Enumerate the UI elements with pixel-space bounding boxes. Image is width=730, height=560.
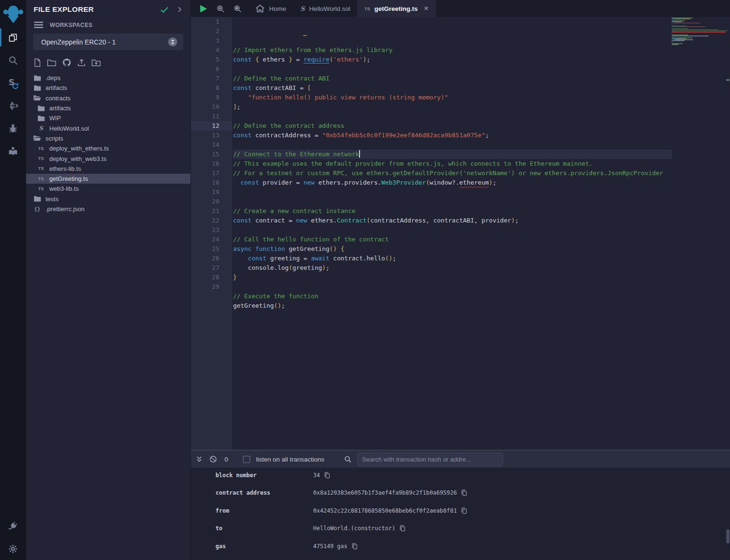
tab-getgreeting-ts[interactable]: TSgetGreeting.ts× <box>357 0 436 17</box>
line-number[interactable]: 10 <box>191 102 232 112</box>
tree-item-artifacts[interactable]: artifacts <box>26 83 190 93</box>
line-number[interactable]: 18 <box>191 178 232 187</box>
code-line-20[interactable] <box>233 225 672 235</box>
code-line-29[interactable] <box>233 311 672 320</box>
zoom-out-button[interactable] <box>216 5 225 13</box>
code-line-13[interactable]: // This example uses the default provide… <box>233 159 672 169</box>
line-number[interactable]: 29 <box>191 282 232 292</box>
code-line-19[interactable]: const contract = new ethers.Contract(con… <box>233 216 672 225</box>
accept-check-icon[interactable] <box>160 6 169 13</box>
terminal-search-input[interactable] <box>357 453 503 466</box>
tree-item-scripts[interactable]: scripts <box>26 133 190 143</box>
tree-item-wip[interactable]: WIP <box>26 113 190 123</box>
collapse-panel-icon[interactable] <box>176 6 183 13</box>
copy-icon[interactable] <box>461 507 467 514</box>
line-number[interactable]: 21 <box>191 206 232 216</box>
line-number[interactable]: 15 <box>191 150 232 159</box>
copy-icon[interactable] <box>351 542 358 550</box>
line-number[interactable]: 28 <box>191 273 232 282</box>
run-script-button[interactable] <box>199 4 207 13</box>
code-line-21[interactable]: // Call the hello function of the contra… <box>233 235 672 244</box>
deploy-and-run-icon[interactable] <box>0 94 26 117</box>
code-line-15[interactable]: const provider = new ethers.providers.We… <box>233 178 672 187</box>
copy-icon[interactable] <box>324 471 330 479</box>
file-explorer-icon[interactable] <box>0 26 26 49</box>
clone-github-icon[interactable] <box>62 58 72 67</box>
tree-item-deploy-with-web3-ts[interactable]: TSdeploy_with_web3.ts <box>26 153 190 163</box>
line-number[interactable]: 22 <box>191 216 232 225</box>
code-line-17[interactable] <box>233 197 672 206</box>
code-content[interactable]: … // Import ethers from the ethers.js li… <box>232 17 672 450</box>
tree-item-contracts[interactable]: contracts <box>26 93 190 103</box>
upload-folder-icon[interactable] <box>91 59 101 67</box>
collapse-terminal-icon[interactable] <box>196 455 203 463</box>
line-number[interactable]: 20 <box>191 197 232 206</box>
code-line-1[interactable]: // Import ethers from the ethers.js libr… <box>233 45 672 55</box>
line-number[interactable]: 12 <box>191 121 232 131</box>
line-number[interactable]: 27 <box>191 263 232 273</box>
new-folder-icon[interactable] <box>47 59 56 67</box>
code-line-27[interactable]: // Execute the function <box>233 292 672 301</box>
line-number[interactable]: 17 <box>191 169 232 178</box>
code-line-9[interactable]: // Define the contract address <box>233 121 672 131</box>
code-line-25[interactable]: } <box>233 273 672 282</box>
tab-home[interactable]: Home <box>248 0 293 17</box>
solidity-compiler-icon[interactable]: S <box>0 71 26 94</box>
code-line-11[interactable] <box>233 140 672 150</box>
tree-item-helloworld-sol[interactable]: SHelloWorld.sol <box>26 123 190 133</box>
plugin-manager-icon[interactable] <box>0 515 26 537</box>
line-number[interactable]: 13 <box>191 131 232 140</box>
remix-logo[interactable] <box>0 1 26 26</box>
line-number[interactable]: 5 <box>191 55 232 64</box>
tree-item-tests[interactable]: tests <box>26 194 190 204</box>
code-line-18[interactable]: // Create a new contract instance <box>233 206 672 216</box>
tab-helloworld-sol[interactable]: SHelloWorld.sol <box>293 0 357 17</box>
line-number[interactable]: 8 <box>191 83 232 93</box>
code-line-8[interactable] <box>233 112 672 121</box>
code-line-5[interactable]: const contractABI = [ <box>233 83 672 93</box>
line-number[interactable]: 4 <box>191 45 232 55</box>
line-number[interactable]: 24 <box>191 235 232 244</box>
code-line-23[interactable]: const greeting = await contract.hello(); <box>233 254 672 263</box>
search-icon[interactable] <box>0 49 26 71</box>
line-number[interactable]: 26 <box>191 254 232 263</box>
workspaces-menu-icon[interactable] <box>34 21 44 28</box>
code-line-3[interactable] <box>233 64 672 74</box>
code-line-12[interactable]: // Connect to the Ethereum network <box>233 150 672 159</box>
solidity-unit-testing-icon[interactable] <box>0 140 26 162</box>
code-line-7[interactable]: ]; <box>233 102 672 112</box>
code-line-4[interactable]: // Define the contract ABI <box>233 74 672 83</box>
tree-item-artifacts[interactable]: artifacts <box>26 103 190 113</box>
code-line-24[interactable]: console.log(greeting); <box>233 263 672 273</box>
line-number[interactable]: 6 <box>191 64 232 74</box>
line-number[interactable]: 2 <box>191 27 232 36</box>
line-number[interactable]: 9 <box>191 93 232 102</box>
code-line-26[interactable] <box>233 282 672 292</box>
code-line-6[interactable]: "function hello() public view returns (s… <box>233 93 672 102</box>
line-number[interactable]: 14 <box>191 140 232 150</box>
line-number[interactable]: 25 <box>191 244 232 254</box>
tree-item-ethers-lib-ts[interactable]: TSethers-lib.ts <box>26 164 190 174</box>
line-number[interactable]: 11 <box>191 112 232 121</box>
terminal-scrollbar-thumb[interactable] <box>726 529 730 543</box>
tree-item-getgreeting-ts[interactable]: TSgetGreeting.ts <box>26 174 190 184</box>
tree-item--prettierrc-json[interactable]: {}.prettierrc.json <box>26 204 190 214</box>
line-number[interactable]: 16 <box>191 159 232 169</box>
upload-file-icon[interactable] <box>77 58 86 67</box>
copy-icon[interactable] <box>399 524 406 532</box>
tree-item-deploy-with-ethers-ts[interactable]: TSdeploy_with_ethers.ts <box>26 143 190 153</box>
code-line-28[interactable]: getGreeting(); <box>233 301 672 311</box>
line-number[interactable]: 3 <box>191 36 232 45</box>
new-file-icon[interactable] <box>34 58 41 67</box>
line-number[interactable]: 7 <box>191 74 232 83</box>
workspace-dropdown[interactable]: OpenZeppelin ERC20 - 1 <box>33 34 183 50</box>
line-number[interactable]: 23 <box>191 225 232 235</box>
code-line-10[interactable]: const contractAddress = "0xb54febb5c0c0f… <box>233 131 672 140</box>
line-number[interactable]: 1 <box>191 17 232 27</box>
tree-item-web3-lib-ts[interactable]: TSweb3-lib.ts <box>26 184 190 194</box>
zoom-in-button[interactable] <box>234 5 242 13</box>
tree-item--deps[interactable]: .deps <box>26 73 190 83</box>
code-line-22[interactable]: async function getGreeting() { <box>233 244 672 254</box>
code-line-2[interactable]: const { ethers } = require('ethers'); <box>233 55 672 64</box>
code-line-14[interactable]: // For a testnet or custom RPC, use ethe… <box>233 169 672 178</box>
